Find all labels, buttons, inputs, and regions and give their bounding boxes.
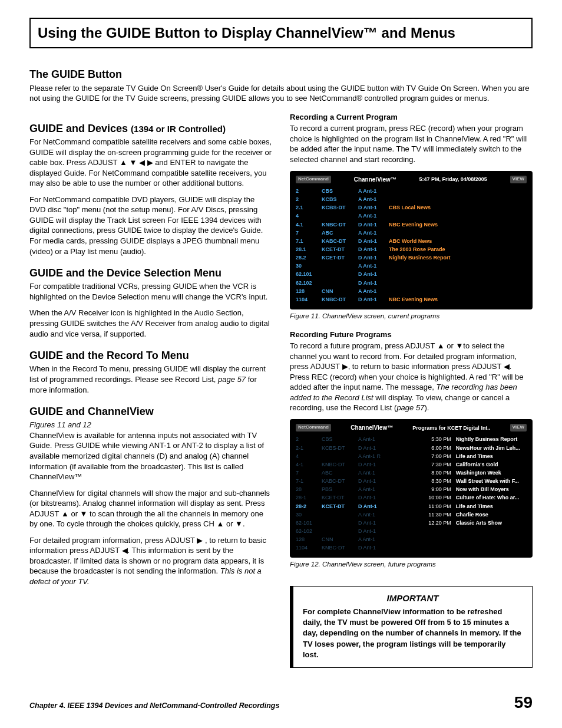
channelview-row: 28.2KCET-DTD Ant-1Nightly Business Repor… <box>296 253 527 262</box>
netcommand-badge: NetCommand <box>296 424 331 431</box>
guide-devsel-p2: When the A/V Receiver icon is highlighte… <box>29 308 272 339</box>
channelview-row: 28-2KCET-DTD Ant-1 <box>296 502 416 510</box>
arrow-updown-icon: ▲ or ▼ <box>61 509 88 518</box>
guide-cv-heading: GUIDE and ChannelView <box>29 404 272 419</box>
channelview-row: 128CNNA Ant-1 <box>296 535 416 543</box>
channelview-row: 7.1KABC-DTD Ant-1ABC World News <box>296 237 527 245</box>
view-badge: VIEW <box>510 424 527 431</box>
page-title: Using the GUIDE Button to Display Channe… <box>29 18 533 48</box>
program-row: 11:00 PMLife and Times <box>421 502 527 510</box>
arrow-left-icon: ◀ <box>504 362 510 371</box>
guide-cv-p3: For detailed program information, press … <box>29 535 272 587</box>
channelview-row: 4A Ant-1 R <box>296 452 416 460</box>
channelview-row: 28.1KCET-DTD Ant-1The 2003 Rose Parade <box>296 245 527 253</box>
rec-current-body: To record a current program, press REC (… <box>290 123 533 164</box>
channelview-row: 2KCBSA Ant-1 <box>296 195 527 203</box>
important-box: IMPORTANT For complete ChannelView infor… <box>290 586 533 668</box>
program-row: 7:00 PMLife and Times <box>421 452 527 460</box>
channelview-row: 2CBSA Ant-1 <box>296 435 416 443</box>
arrow-right-icon: ▶ <box>342 362 348 371</box>
channelview-row: 7ABCA Ant-1 <box>296 469 416 477</box>
arrow-down-icon: ▼ <box>455 341 463 350</box>
guide-devices-p1: For NetCommand compatible satellite rece… <box>29 137 272 189</box>
view-badge: VIEW <box>510 176 527 183</box>
arrow-right-icon: ▶ <box>197 536 203 545</box>
rec-current-heading: Recording a Current Program <box>290 112 533 123</box>
channelview-row: 128CNNA Ant-1 <box>296 287 527 295</box>
footer-chapter: Chapter 4. IEEE 1394 Devices and NetComm… <box>29 701 279 711</box>
program-row: 7:30 PMCalifornia's Gold <box>421 460 527 469</box>
channelview-row: 28PBSA Ant-1 <box>296 485 416 493</box>
rec-future-body: To record a future program, press ADJUST… <box>290 341 533 413</box>
program-row: 5:30 PMNightly Business Report <box>421 435 527 443</box>
program-row: 10:00 PMCulture of Hate: Who ar... <box>421 493 527 502</box>
intro-heading: The GUIDE Button <box>29 67 533 81</box>
channelview-row: 62.101D Ant-1 <box>296 270 527 278</box>
channelview-row: 30A Ant-1 <box>296 262 527 270</box>
guide-cv-p1: ChannelView is available for antenna inp… <box>29 430 272 482</box>
program-row: 8:30 PMWall Street Week with F... <box>421 477 527 485</box>
channelview-row: 2-1KCBS-DTD Ant-1 <box>296 444 416 452</box>
channelview-row: 1104KNBC-DTD Ant-1NBC Evening News <box>296 295 527 304</box>
channelview-row: 4-1KNBC-DTD Ant-1 <box>296 460 416 469</box>
guide-record-heading: GUIDE and the Record To Menu <box>29 348 272 363</box>
channelview-row: 62-101D Ant-1 <box>296 519 416 527</box>
figure-11-channelview: NetCommand ChannelView™ 5:47 PM, Friday,… <box>290 171 533 309</box>
arrow-left-icon: ◀ <box>122 546 128 555</box>
channelview-row: 30A Ant-1 <box>296 510 416 519</box>
channelview-row: 4.1KNBC-DTD Ant-1NBC Evening News <box>296 220 527 229</box>
program-row: 8:00 PMWashington Week <box>421 469 527 477</box>
figure-11-caption: Figure 11. ChannelView screen, current p… <box>290 312 533 321</box>
program-row: 9:00 PMNow with Bill Moyers <box>421 485 527 493</box>
arrow-up-icon: ▲ <box>437 341 445 350</box>
program-row: 6:00 PMNewsHour with Jim Leh... <box>421 444 527 452</box>
channelview-row: 2CBSA Ant-1 <box>296 187 527 195</box>
channelview-row: 4A Ant-1 <box>296 212 527 220</box>
netcommand-badge: NetCommand <box>296 176 331 183</box>
figure-12-caption: Figure 12. ChannelView screen, future pr… <box>290 560 533 569</box>
guide-record-p1: When in the Record To menu, pressing GUI… <box>29 364 272 395</box>
program-row: 12:20 PMClassic Arts Show <box>421 519 527 527</box>
arrow-updown-icon: ▲ or ▼ <box>216 519 243 528</box>
guide-devices-heading: GUIDE and Devices (1394 or IR Controlled… <box>29 121 272 136</box>
program-row: 11:30 PMCharlie Rose <box>421 510 527 519</box>
channelview-row: 7ABCA Ant-1 <box>296 229 527 237</box>
channelview-row: 7-1KABC-DTD Ant-1 <box>296 477 416 485</box>
figure-12-channelview: NetCommand ChannelView™ Programs for KCE… <box>290 419 533 558</box>
guide-cv-figref: Figures 11 and 12 <box>29 420 272 430</box>
channelview-row: 62-102D Ant-1 <box>296 527 416 535</box>
channelview-row: 28-1KCET-DTD Ant-1 <box>296 493 416 502</box>
important-title: IMPORTANT <box>303 592 523 604</box>
footer-page-number: 59 <box>514 691 533 714</box>
arrow-all-icon: ▲ ▼ ◀ ▶ <box>120 158 153 167</box>
important-body: For complete ChannelView information to … <box>303 607 523 660</box>
intro-body: Please refer to the separate TV Guide On… <box>29 83 533 104</box>
guide-devsel-heading: GUIDE and the Device Selection Menu <box>29 266 272 280</box>
guide-devices-p2: For NetCommand compatible DVD players, G… <box>29 195 272 256</box>
channelview-row: 2.1KCBS-DTD Ant-1CBS Local News <box>296 203 527 212</box>
channelview-row: 62.102D Ant-1 <box>296 279 527 287</box>
channelview-row: 1104KNBC-DTD Ant-1 <box>296 543 416 552</box>
guide-cv-p2: ChannelView for digital channels will sh… <box>29 488 272 529</box>
guide-devsel-p1: For compatible traditional VCRs, pressin… <box>29 281 272 302</box>
rec-future-heading: Recording Future Programs <box>290 330 533 340</box>
